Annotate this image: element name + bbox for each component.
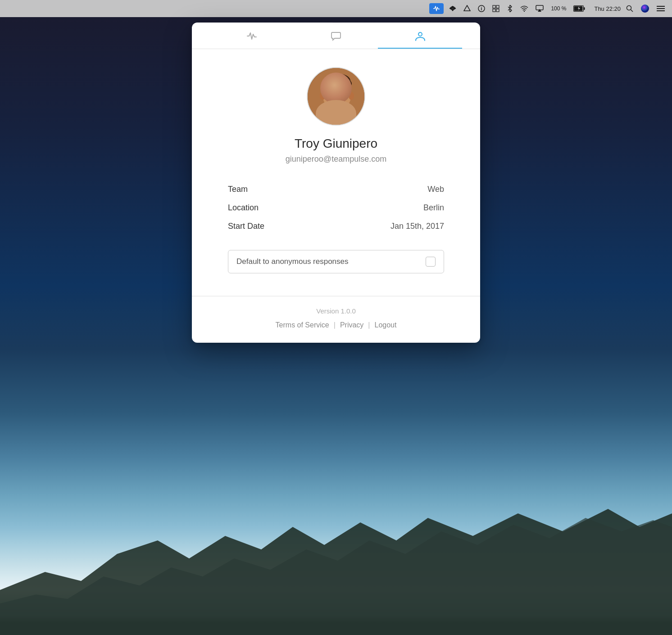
battery-text: 100 % bbox=[549, 5, 568, 12]
svg-text:i: i bbox=[481, 6, 482, 11]
google-drive-icon[interactable] bbox=[462, 5, 472, 12]
avatar bbox=[307, 67, 365, 126]
pulse-menubar-icon[interactable] bbox=[429, 3, 444, 14]
info-icon[interactable]: i bbox=[476, 5, 487, 12]
logout-link[interactable]: Logout bbox=[374, 321, 396, 329]
svg-marker-6 bbox=[464, 5, 470, 11]
svg-point-37 bbox=[330, 93, 333, 96]
svg-point-40 bbox=[327, 101, 347, 112]
bluetooth-icon[interactable] bbox=[505, 5, 515, 12]
svg-point-30 bbox=[322, 77, 351, 111]
svg-rect-29 bbox=[331, 106, 343, 115]
battery-icon bbox=[572, 5, 587, 12]
svg-point-13 bbox=[524, 11, 525, 12]
start-date-label: Start Date bbox=[228, 222, 264, 231]
info-table: Team Web Location Berlin Start Date Jan … bbox=[228, 180, 444, 236]
avatar-image bbox=[308, 68, 364, 125]
svg-point-27 bbox=[308, 68, 364, 125]
svg-point-38 bbox=[342, 93, 345, 96]
anonymous-row[interactable]: Default to anonymous responses bbox=[228, 250, 444, 273]
pulse-tab-icon bbox=[247, 31, 257, 41]
svg-point-36 bbox=[341, 92, 345, 96]
svg-point-39 bbox=[335, 98, 339, 101]
menubar: i bbox=[0, 0, 672, 17]
profile-content: Troy Giunipero giuniperoo@teampulse.com … bbox=[192, 49, 480, 296]
popup-panel: Troy Giunipero giuniperoo@teampulse.com … bbox=[192, 23, 480, 343]
svg-point-41 bbox=[320, 92, 325, 100]
svg-rect-10 bbox=[496, 5, 499, 8]
svg-rect-12 bbox=[496, 9, 499, 12]
svg-point-20 bbox=[627, 6, 631, 10]
wifi-icon[interactable] bbox=[518, 5, 530, 12]
search-icon[interactable] bbox=[624, 5, 635, 12]
menu-list-icon[interactable] bbox=[655, 5, 667, 12]
tab-profile[interactable] bbox=[378, 23, 462, 49]
user-email: giuniperoo@teampulse.com bbox=[228, 154, 444, 164]
siri-icon[interactable] bbox=[639, 4, 651, 13]
svg-marker-15 bbox=[538, 9, 541, 12]
location-value: Berlin bbox=[423, 203, 444, 213]
svg-rect-9 bbox=[493, 5, 495, 8]
footer-links: Terms of Service | Privacy | Logout bbox=[201, 321, 471, 329]
team-value: Web bbox=[427, 185, 444, 194]
anonymous-checkbox[interactable] bbox=[426, 257, 436, 267]
dropbox-icon[interactable] bbox=[447, 5, 458, 12]
airplay-icon[interactable] bbox=[534, 5, 545, 12]
svg-point-32 bbox=[322, 78, 338, 89]
start-date-value: Jan 15th, 2017 bbox=[390, 222, 444, 231]
anonymous-label: Default to anonymous responses bbox=[236, 257, 349, 266]
avatar-container bbox=[228, 67, 444, 126]
mountain-silhouette bbox=[0, 500, 672, 635]
user-name: Troy Giunipero bbox=[228, 136, 444, 151]
location-label: Location bbox=[228, 203, 259, 213]
info-row-location: Location Berlin bbox=[228, 199, 444, 217]
separator-2: | bbox=[368, 321, 370, 329]
info-row-team: Team Web bbox=[228, 180, 444, 199]
grid-icon[interactable] bbox=[490, 5, 501, 12]
info-row-start-date: Start Date Jan 15th, 2017 bbox=[228, 217, 444, 236]
tab-bar bbox=[192, 23, 480, 49]
privacy-link[interactable]: Privacy bbox=[340, 321, 363, 329]
svg-point-31 bbox=[323, 73, 350, 88]
svg-line-21 bbox=[631, 10, 633, 12]
footer: Version 1.0.0 Terms of Service | Privacy… bbox=[192, 296, 480, 343]
separator-1: | bbox=[334, 321, 336, 329]
menubar-icons: i bbox=[429, 3, 667, 14]
menubar-time: Thu 22:20 bbox=[594, 5, 621, 12]
svg-point-28 bbox=[317, 106, 357, 125]
svg-point-35 bbox=[329, 92, 333, 96]
svg-point-34 bbox=[329, 78, 345, 87]
team-label: Team bbox=[228, 185, 248, 194]
svg-point-22 bbox=[641, 5, 649, 13]
chat-tab-icon bbox=[331, 31, 341, 41]
profile-tab-icon bbox=[415, 31, 426, 41]
svg-point-26 bbox=[418, 32, 422, 36]
terms-of-service-link[interactable]: Terms of Service bbox=[276, 321, 329, 329]
tab-chat[interactable] bbox=[294, 23, 378, 49]
svg-point-42 bbox=[349, 92, 354, 100]
svg-rect-18 bbox=[584, 7, 585, 10]
version-text: Version 1.0.0 bbox=[201, 307, 471, 315]
svg-point-33 bbox=[336, 78, 352, 89]
svg-rect-11 bbox=[493, 9, 495, 12]
tab-pulse[interactable] bbox=[210, 23, 294, 49]
